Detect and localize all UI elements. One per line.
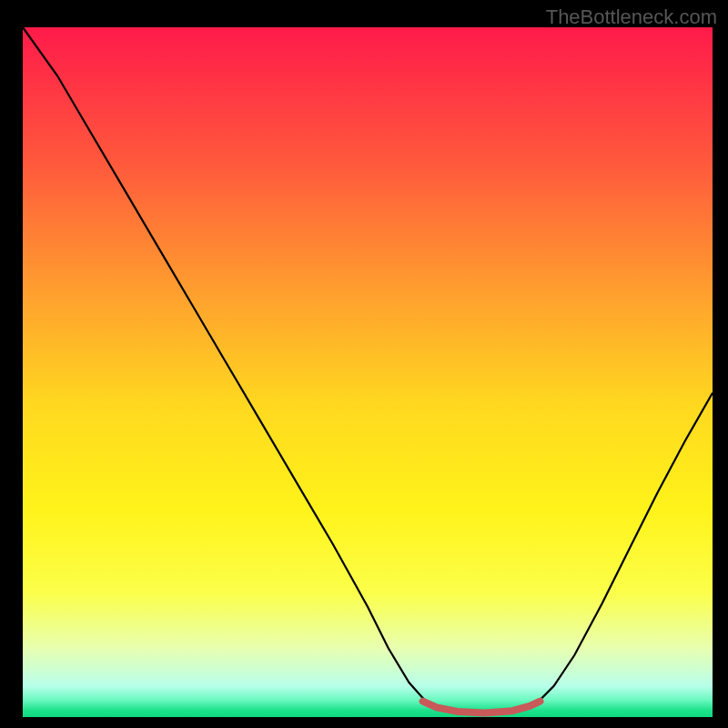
bottleneck-chart: TheBottleneck.com xyxy=(0,0,728,728)
chart-svg xyxy=(0,0,728,728)
plot-area xyxy=(23,27,713,717)
attribution-label: TheBottleneck.com xyxy=(546,5,717,29)
